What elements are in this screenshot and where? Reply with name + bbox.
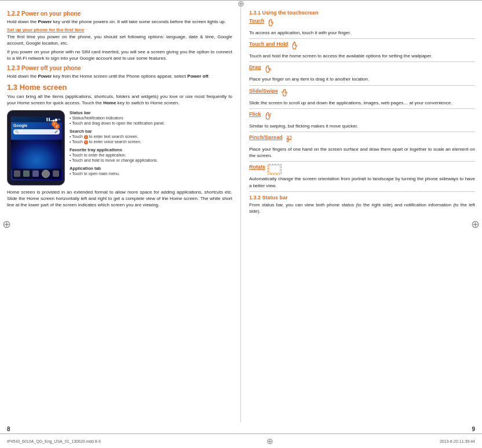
rotate-icon xyxy=(268,164,282,174)
touch-hold-icon xyxy=(290,41,300,52)
drag-heading-row: Drag xyxy=(249,64,475,75)
callout-app-tab: Application tab • Touch to open main men… xyxy=(70,166,232,176)
phone-image: ▐▐ ▂▄▆ ✉ Google 🔍 🎤 1 2 xyxy=(7,110,65,185)
page-number-left: 8 xyxy=(7,426,10,432)
rotate-heading-row: Rotate xyxy=(249,164,475,174)
phone-icons-row xyxy=(12,169,61,179)
callout-search-bar: Search bar • Touch 1 to enter text searc… xyxy=(70,129,232,144)
touch-heading-row: Touch xyxy=(249,18,475,28)
section-131: 1.3.1 Using the touchscreen xyxy=(249,10,475,16)
rotate-para: Automatically change the screen orientat… xyxy=(249,176,475,188)
section-122: 1.2.2 Power on your phone Hold down the … xyxy=(7,10,232,61)
slide-section: Slide/Swipe Slide the screen to scroll u… xyxy=(249,88,475,106)
callout-fav-b2: • Touch and hold to move or change appli… xyxy=(70,158,232,163)
touch-hold-heading-row: Touch and Hold xyxy=(249,41,475,52)
touch-section: Touch To access an application, touch it… xyxy=(249,18,475,36)
page-numbers-row: 8 9 xyxy=(0,425,482,434)
main-content: 1.2.2 Power on your phone Hold down the … xyxy=(0,5,482,425)
callout-search-b1: • Touch 1 to enter text search screen. xyxy=(70,134,232,139)
drag-section: Drag Place your finger on any item to dr… xyxy=(249,64,475,82)
slide-icon xyxy=(280,88,290,99)
left-column: 1.2.2 Power on your phone Hold down the … xyxy=(7,7,241,422)
section-13: 1.3 Home screen You can bring all the it… xyxy=(7,83,232,106)
callout-status-bar: Status bar • Status/Notification indicat… xyxy=(70,110,232,126)
callout-favorite-tray-title: Favorite tray applications xyxy=(70,147,232,152)
drag-heading: Drag xyxy=(249,64,261,70)
section-132-heading: 1.3.2 Status bar xyxy=(249,195,475,201)
slide-heading: Slide/Swipe xyxy=(249,88,278,94)
callout-status-bar-b2: • Touch and drag down to open the notifi… xyxy=(70,121,232,126)
phone-badge-2: 2 xyxy=(54,123,60,129)
drag-para: Place your finger on any item to drag it… xyxy=(249,76,475,82)
pinch-heading: Pinch/Spread xyxy=(249,134,283,140)
divider-2 xyxy=(249,61,475,62)
phone-app-icon-2 xyxy=(23,170,30,177)
page-number-right: 9 xyxy=(472,426,475,432)
footer-date: 2013-6-20 11:39:44 xyxy=(440,439,475,443)
section-122-heading: 1.2.2 Power on your phone xyxy=(7,10,232,17)
right-crosshair-icon: ⊕ xyxy=(471,218,480,231)
footer: IP4543_6010A_QG_Eng_USA_01_130620.indd 8… xyxy=(0,434,482,448)
callout-search-b2: • Touch 2 to enter voice search screen. xyxy=(70,139,232,144)
phone-app-icon-3 xyxy=(32,170,39,177)
touch-hold-section: Touch and Hold Touch and hold the home s… xyxy=(249,41,475,59)
callout-container: Status bar • Status/Notification indicat… xyxy=(70,110,232,185)
phone-search-bar-visual: 🔍 🎤 xyxy=(13,129,60,134)
touch-hold-heading: Touch and Hold xyxy=(249,41,288,47)
flick-heading: Flick xyxy=(249,111,261,117)
left-crosshair-icon: ⊕ xyxy=(2,218,11,231)
phone-diagram: ▐▐ ▂▄▆ ✉ Google 🔍 🎤 1 2 xyxy=(7,110,232,185)
footer-file: IP4543_6010A_QG_Eng_USA_01_130620.indd 8… xyxy=(7,439,101,443)
flick-section: Flick Similar to swiping, but flicking m… xyxy=(249,111,475,129)
section-131-heading: 1.3.1 Using the touchscreen xyxy=(249,10,475,16)
divider-4 xyxy=(249,108,475,109)
touch-heading: Touch xyxy=(249,18,264,24)
phone-earth-visual xyxy=(11,140,62,170)
section-123-heading: 1.2.3 Power off your phone xyxy=(7,65,232,71)
section-132-para: From status bar, you can view both phone… xyxy=(249,202,475,214)
section-132: 1.3.2 Status bar From status bar, you ca… xyxy=(249,195,475,214)
flick-para: Similar to swiping, but flicking makes i… xyxy=(249,123,475,129)
touch-icon xyxy=(266,18,276,28)
drag-icon xyxy=(263,64,273,75)
right-column: 1.3.1 Using the touchscreen Touch To acc… xyxy=(241,7,475,422)
phone-app-icon-5 xyxy=(53,170,59,177)
rotate-heading: Rotate xyxy=(249,164,265,170)
pinch-para: Place your fingers of one hand on the sc… xyxy=(249,146,475,159)
section-122-para1: Hold down the Power key until the phone … xyxy=(7,19,232,25)
callout-app-tab-title: Application tab xyxy=(70,166,232,171)
slide-para: Slide the screen to scroll up and down t… xyxy=(249,100,475,106)
pinch-icon xyxy=(284,134,295,145)
callout-status-bar-title: Status bar xyxy=(70,110,232,115)
section-123: 1.2.3 Power off your phone Hold down the… xyxy=(7,65,232,79)
callout-app-b1: • Touch to open main menu. xyxy=(70,171,232,176)
touch-para: To access an application, touch it with … xyxy=(249,30,475,36)
top-border: ⊕ xyxy=(0,0,482,5)
divider-5 xyxy=(249,132,475,132)
setup-heading: Set up your phone for the first time xyxy=(7,27,232,32)
callout-status-bar-b1: • Status/Notification indicators xyxy=(70,115,232,121)
section-13-heading: 1.3 Home screen xyxy=(7,83,232,92)
section-122-para2: The first time you power on the phone, y… xyxy=(7,34,232,46)
section-122-para3: If you power on your phone with no SIM c… xyxy=(7,49,232,61)
divider-1 xyxy=(249,38,475,39)
divider-3 xyxy=(249,85,475,86)
rotate-section: Rotate Automatically change the screen o… xyxy=(249,164,475,188)
section-13-para1: You can bring all the items (application… xyxy=(7,93,232,106)
flick-icon xyxy=(263,111,273,122)
pinch-heading-row: Pinch/Spread xyxy=(249,134,475,145)
section-123-para1: Hold down the Power key from the Home sc… xyxy=(7,73,232,79)
page-container: ⊕ 1.2.2 Power on your phone Hold down th… xyxy=(0,0,482,448)
phone-app-icon-4 xyxy=(42,170,50,178)
touch-hold-para: Touch and hold the home screen to access… xyxy=(249,53,475,59)
divider-7 xyxy=(249,191,475,192)
section-13-para2: Home screen is provided in an extended f… xyxy=(7,189,232,209)
pinch-section: Pinch/Spread Place your fingers of one h… xyxy=(249,134,475,159)
svg-point-0 xyxy=(294,42,295,43)
slide-heading-row: Slide/Swipe xyxy=(249,88,475,99)
divider-6 xyxy=(249,161,475,162)
flick-heading-row: Flick xyxy=(249,111,475,122)
footer-crosshair-icon: ⊕ xyxy=(266,436,273,446)
phone-screen: ▐▐ ▂▄▆ ✉ Google 🔍 🎤 1 2 xyxy=(11,116,62,180)
phone-app-icon-1 xyxy=(14,170,20,177)
